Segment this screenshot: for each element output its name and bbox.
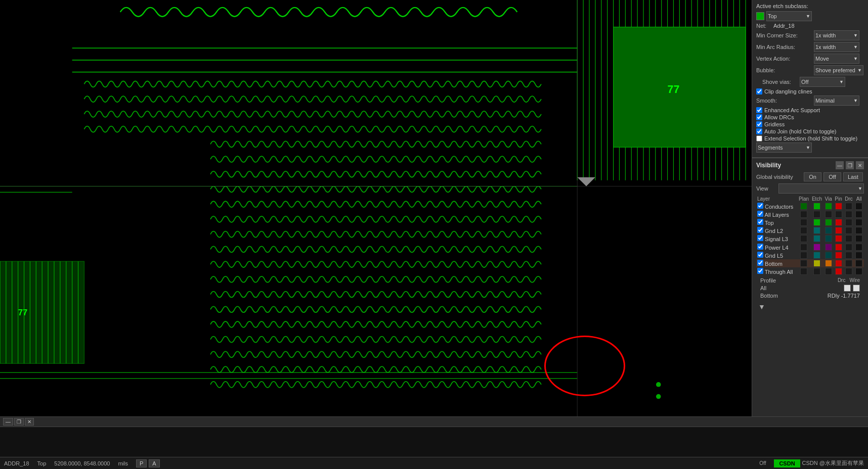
layer-Gnd L5-color-4[interactable] — [845, 252, 852, 259]
profile-all-row: All — [760, 285, 860, 292]
layer-Top-color-3[interactable] — [835, 219, 842, 226]
layer-Through All-color-4[interactable] — [845, 268, 852, 275]
gridless-checkbox[interactable] — [756, 121, 762, 127]
svg-text:77: 77 — [668, 83, 680, 96]
view-dropdown[interactable]: ▼ — [778, 183, 864, 194]
layer-Signal L3-all[interactable] — [855, 235, 862, 242]
allow-drc-row: Allow DRCs — [756, 114, 864, 120]
visibility-minimize-btn[interactable]: — — [836, 161, 844, 169]
layer-signal-l3-checkbox[interactable] — [757, 235, 763, 241]
layer-Signal L3-color-2[interactable] — [825, 235, 832, 242]
smooth-dropdown[interactable]: Minimal ▼ — [814, 96, 859, 106]
layer-Through All-all[interactable] — [855, 268, 862, 275]
clip-checkbox[interactable] — [756, 88, 762, 95]
layer-Power L4-color-2[interactable] — [825, 244, 832, 251]
layer-All Layers-all[interactable] — [855, 211, 862, 218]
shove-via-dropdown[interactable]: Off ▼ — [800, 77, 845, 87]
layer-Gnd L2-color-0[interactable] — [800, 227, 807, 234]
allow-drc-checkbox[interactable] — [756, 114, 762, 120]
layer-power-l4-checkbox[interactable] — [757, 244, 763, 250]
layer-All Layers-color-4[interactable] — [845, 211, 852, 218]
layer-Top-color-2[interactable] — [825, 219, 832, 226]
layer-Bottom-color-0[interactable] — [800, 260, 807, 267]
min-corner-dropdown[interactable]: 1x width ▼ — [814, 30, 859, 40]
a-btn[interactable]: A — [149, 459, 159, 467]
layer-Gnd L5-color-2[interactable] — [825, 252, 832, 259]
layer-Gnd L2-color-4[interactable] — [845, 227, 852, 234]
bottom-panel-close-btn[interactable]: ✕ — [25, 418, 34, 426]
layer-Bottom-color-3[interactable] — [835, 260, 842, 267]
bottom-panel-header: — ❐ ✕ — [0, 417, 868, 427]
layer-bottom-checkbox[interactable] — [757, 260, 763, 266]
conductors-color-0[interactable] — [800, 203, 807, 210]
layer-gnd-l5-checkbox[interactable] — [757, 252, 763, 258]
conductors-color-2[interactable] — [825, 203, 832, 210]
layer-Gnd L5-color-1[interactable] — [813, 252, 820, 259]
layer-Power L4-all[interactable] — [855, 244, 862, 251]
layer-through-all-checkbox[interactable] — [757, 268, 763, 274]
subclass-dropdown[interactable]: Top ▼ — [766, 11, 812, 21]
conductors-color-4[interactable] — [845, 203, 852, 210]
conductors-color-3[interactable] — [835, 203, 842, 210]
segments-dropdown[interactable]: Segments ▼ — [756, 143, 812, 153]
layer-Through All-color-1[interactable] — [813, 268, 820, 275]
layer-Top-color-0[interactable] — [800, 219, 807, 226]
auto-join-checkbox[interactable] — [756, 128, 762, 134]
min-arc-dropdown[interactable]: 1x width ▼ — [814, 42, 859, 52]
layer-Power L4-color-3[interactable] — [835, 244, 842, 251]
csdn-btn[interactable]: CSDN — [774, 459, 800, 467]
layer-Signal L3-color-1[interactable] — [813, 235, 820, 242]
layer-Gnd L5-all[interactable] — [855, 252, 862, 259]
enhanced-arc-checkbox[interactable] — [756, 107, 762, 113]
layer-Bottom-all[interactable] — [855, 260, 862, 267]
bottom-panel-restore-btn[interactable]: ❐ — [14, 418, 24, 426]
layer-Signal L3-color-3[interactable] — [835, 235, 842, 242]
layer-Top-all[interactable] — [855, 219, 862, 226]
layer-Gnd L2-color-2[interactable] — [825, 227, 832, 234]
conductors-color-all[interactable] — [855, 203, 862, 210]
layer-Through All-color-2[interactable] — [825, 268, 832, 275]
layer-Signal L3-color-0[interactable] — [800, 235, 807, 242]
layer-Power L4-color-0[interactable] — [800, 244, 807, 251]
svg-point-55 — [656, 382, 661, 387]
layer-power-l4-name: Power L4 — [763, 245, 789, 251]
layer-all-layers-checkbox[interactable] — [757, 211, 763, 217]
layer-Bottom-color-2[interactable] — [825, 260, 832, 267]
layer-All Layers-color-0[interactable] — [800, 211, 807, 218]
layer-Power L4-color-1[interactable] — [813, 244, 820, 251]
visibility-win-controls: — ❐ ✕ — [836, 161, 864, 169]
layer-Gnd L5-color-0[interactable] — [800, 252, 807, 259]
layer-Gnd L2-color-1[interactable] — [813, 227, 820, 234]
conductors-color-1[interactable] — [813, 203, 820, 210]
global-vis-last-btn[interactable]: Last — [843, 172, 863, 181]
visibility-restore-btn[interactable]: ❐ — [846, 161, 854, 169]
layer-All Layers-color-2[interactable] — [825, 211, 832, 218]
layer-Through All-color-0[interactable] — [800, 268, 807, 275]
layer-Bottom-color-1[interactable] — [813, 260, 820, 267]
bottom-panel-minimize-btn[interactable]: — — [3, 418, 13, 426]
layer-Gnd L5-color-3[interactable] — [835, 252, 842, 259]
layer-Gnd L2-all[interactable] — [855, 227, 862, 234]
visibility-close-btn[interactable]: ✕ — [856, 161, 864, 169]
layer-Top-color-1[interactable] — [813, 219, 820, 226]
layer-All Layers-color-1[interactable] — [813, 211, 820, 218]
scroll-down-arrow[interactable]: ▼ — [756, 303, 767, 311]
global-vis-off-btn[interactable]: Off — [823, 172, 841, 181]
layer-conductors-checkbox[interactable] — [757, 203, 763, 209]
pcb-canvas[interactable]: 77 77 — [0, 0, 752, 416]
layer-All Layers-color-3[interactable] — [835, 211, 842, 218]
extend-sel-checkbox[interactable] — [756, 135, 762, 142]
p-btn[interactable]: P — [136, 459, 147, 467]
all-drc-swatch — [844, 285, 851, 292]
layer-Bottom-color-4[interactable] — [845, 260, 852, 267]
layer-Power L4-color-4[interactable] — [845, 244, 852, 251]
layer-Through All-color-3[interactable] — [835, 268, 842, 275]
bubble-dropdown[interactable]: Shove preferred ▼ — [814, 65, 863, 75]
layer-Gnd L2-color-3[interactable] — [835, 227, 842, 234]
layer-top-checkbox[interactable] — [757, 219, 763, 225]
layer-Signal L3-color-4[interactable] — [845, 235, 852, 242]
layer-gnd-l2-checkbox[interactable] — [757, 227, 763, 233]
global-vis-on-btn[interactable]: On — [804, 172, 821, 181]
vertex-dropdown[interactable]: Move ▼ — [814, 54, 859, 64]
layer-Top-color-4[interactable] — [845, 219, 852, 226]
